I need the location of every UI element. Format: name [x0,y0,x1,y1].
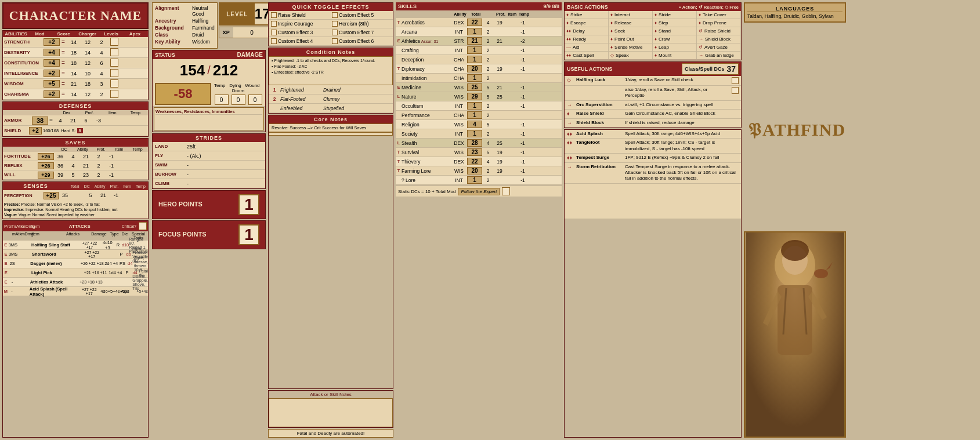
basic-action-12[interactable]: ♦♦ Ready [565,35,609,43]
skill-ability-13: DEX [451,140,467,146]
wound-val[interactable]: 0 [232,94,245,105]
ability-apex-box-2[interactable] [110,59,118,67]
atk-attacks-5: +27 +22 +17 [78,288,100,296]
basic-action-15[interactable]: → Shield Block [697,35,741,43]
dying-val[interactable]: 0 [215,94,229,105]
class-value: Druid [192,32,215,38]
basic-action-14[interactable]: ♦ Crawl [653,35,697,43]
basic-action-8[interactable]: ♦♦ Delay [565,27,609,35]
ability-apex-box-1[interactable] [110,48,118,56]
atk-prof-3: E [3,270,9,275]
basic-action-7[interactable]: ♦ Drop Prone [697,19,741,27]
follow-expert[interactable]: Follow the Expert [458,188,500,195]
ea-sym-3: → [567,164,574,170]
ua-checkbox-1[interactable] [732,87,739,94]
damage-header: DAMAGE [237,52,263,58]
ability-charger-1: 14 [81,50,95,56]
ea-name-3: Storm Retribution [576,164,623,169]
action-sym-19: ↺ [699,45,703,50]
skill-total-10: 1 [467,111,482,119]
basic-action-1[interactable]: ♦ Interact [609,11,653,19]
basic-action-2[interactable]: ♦ Stride [653,11,697,19]
basic-action-22[interactable]: ♦ Mount [653,52,697,60]
qt-right-checkbox-3[interactable] [332,38,338,44]
qt-left-checkbox-2[interactable] [271,30,277,35]
qt-left-checkbox-0[interactable] [271,12,277,18]
focus-points-value[interactable]: 1 [238,224,259,245]
ability-apex-box-0[interactable] [110,38,118,46]
basic-action-11[interactable]: ↺ Raise Shield [697,27,741,35]
atk-col-mdmg: mDmg [21,224,31,229]
action-name-18: Leap [659,45,669,50]
senses-col-ability: Ability [92,184,108,189]
basic-action-13[interactable]: ♦ Point Out [609,35,653,43]
ea-desc-2: 1FP; 9d12 E (Reflex) +9pE & Clumsy 2 on … [625,155,739,161]
action-name-8: Delay [573,28,584,34]
basic-action-16[interactable]: — Aid [565,43,609,52]
skill-total-11: 4 [467,121,482,128]
temp-hp: -58 [155,83,211,105]
basic-action-4[interactable]: ♦ Escape [565,19,609,27]
key-ability-label: Key Ability [155,39,190,45]
basic-action-9[interactable]: ♦ Seek [609,27,653,35]
cond-name2-0: Drained [323,87,390,93]
hero-points-value[interactable]: 1 [238,194,259,215]
qt-right-checkbox-0[interactable] [332,12,338,18]
ancestry-label: Ancestry [155,18,190,24]
col-levels-label: Levels [99,31,123,37]
action-name-20: Cast Spell [573,53,594,58]
perception-total: 35 [59,192,71,198]
qt-right-checkbox-1[interactable] [332,21,338,27]
class-spell-dc-val: 37 [726,64,736,74]
basic-action-0[interactable]: ♦ Strike [565,11,609,19]
skill-ability-9: INT [451,103,467,109]
ability-levels-3: 4 [95,71,109,77]
atk-col-die: Die [120,232,130,240]
qt-right-checkbox-2[interactable] [332,30,338,35]
ability-apex-box-5[interactable] [110,90,118,98]
atk-name-4: Athletics Attack [29,279,79,285]
follow-expert-checkbox[interactable] [502,187,510,195]
senses-col-item: Item [121,184,133,189]
save-col-temp: Temp [128,147,147,151]
skill-temp-12: -1 [517,131,529,137]
critical-checkbox[interactable] [139,222,147,230]
qt-left-checkbox-1[interactable] [271,21,277,27]
skill-temp-4: -1 [517,57,529,63]
atk-type-5: Acid [121,289,129,294]
save-temp-2: -1 [105,172,118,178]
ability-apex-box-3[interactable] [110,69,118,77]
skill-temp-16: -1 [517,168,529,174]
condition-list: 1 Frightened Drained 2 Flat-Footed Clums… [269,85,393,113]
actions-legend: + Action; ↺ Reaction; ◇ Free [679,5,739,10]
ua-name-4: Shield Block [576,120,623,125]
xp-value: 0 [233,30,271,36]
action-name-11: Raise Shield [704,28,731,34]
ability-name-2: CONSTITUTION [3,60,44,66]
ea-desc-3: Cast Tempest Surge in response to a mele… [625,164,739,182]
save-name-1: REFLEX [3,163,38,168]
save-temp-1: -1 [105,163,118,169]
basic-action-19[interactable]: ↺ Avert Gaze [697,43,741,52]
skill-total-17: 1 [467,176,482,184]
ability-apex-box-4[interactable] [110,79,118,88]
basic-action-21[interactable]: ◇ Speak [609,52,653,60]
basic-action-6[interactable]: ♦ Step [653,19,697,27]
basic-action-18[interactable]: ♦ Leap [653,43,697,52]
skill-row-9: Occultism INT 1 2 -1 [396,101,562,111]
basic-action-20[interactable]: ♦♦ Cast Spell [565,52,609,60]
basic-action-17[interactable]: ♦ Sense Motive [609,43,653,52]
attack-list: E 3MS Halfling Sling Staff +27 +22 +17 4… [3,241,148,296]
qt-left-checkbox-3[interactable] [271,38,277,44]
basic-action-5[interactable]: ♦ Release [609,19,653,27]
basic-action-23[interactable]: → Grab an Edge [697,52,741,60]
skill-total-8: 29 [467,93,482,100]
basic-action-10[interactable]: ♦ Stand [653,27,697,35]
doom-val[interactable]: 0 [248,94,262,105]
qt-row-2: Custom Effect 3 Custom Effect 7 [269,28,393,37]
ua-checkbox-0[interactable] [732,77,739,84]
ability-levels-1: 4 [95,50,109,56]
basic-action-3[interactable]: ♦ Take Cover [697,11,741,19]
col-charger-label: Charger [75,31,99,37]
atk-prof-4: E [3,279,9,285]
